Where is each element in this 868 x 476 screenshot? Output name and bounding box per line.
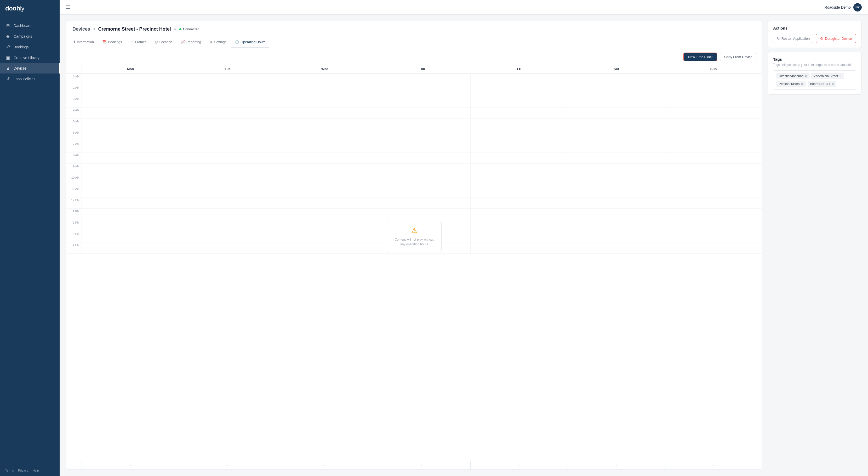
calendar-cell[interactable] xyxy=(179,231,276,242)
calendar-cell[interactable] xyxy=(373,175,471,186)
calendar-cell[interactable] xyxy=(179,85,276,96)
calendar-cell[interactable] xyxy=(665,198,762,208)
calendar-cell[interactable] xyxy=(471,242,568,254)
calendar-cell[interactable] xyxy=(665,231,762,242)
calendar-cell[interactable] xyxy=(82,108,179,118)
calendar-cell[interactable] xyxy=(471,186,568,197)
calendar-cell[interactable] xyxy=(373,96,471,107)
edit-icon[interactable]: ✏ xyxy=(174,27,177,31)
calendar-cell[interactable] xyxy=(471,220,568,231)
calendar-cell[interactable] xyxy=(179,209,276,220)
calendar-cell[interactable] xyxy=(665,209,762,220)
calendar-cell[interactable] xyxy=(373,220,471,231)
calendar-cell[interactable] xyxy=(82,186,179,197)
calendar-cell[interactable] xyxy=(276,96,373,107)
calendar-cell[interactable] xyxy=(179,130,276,141)
calendar-cell[interactable] xyxy=(179,152,276,163)
sidebar-item-devices[interactable]: 🖥 Devices xyxy=(0,63,60,73)
calendar-cell[interactable] xyxy=(179,220,276,231)
tags-container[interactable]: Direction/Inbound✕Zone/Main Street✕Peakh… xyxy=(773,70,856,90)
calendar-cell[interactable] xyxy=(471,96,568,107)
calendar-cell[interactable] xyxy=(568,198,665,208)
calendar-cell[interactable] xyxy=(665,186,762,197)
calendar-cell[interactable] xyxy=(373,119,471,130)
calendar-cell[interactable] xyxy=(373,231,471,242)
calendar-cell[interactable] xyxy=(568,108,665,118)
calendar-cell[interactable] xyxy=(471,152,568,163)
calendar-cell[interactable] xyxy=(276,152,373,163)
calendar-cell[interactable] xyxy=(568,130,665,141)
calendar-cell[interactable] xyxy=(276,198,373,208)
calendar-cell[interactable] xyxy=(568,119,665,130)
calendar-cell[interactable] xyxy=(568,209,665,220)
calendar-cell[interactable] xyxy=(665,152,762,163)
calendar-cell[interactable] xyxy=(82,74,179,85)
calendar-cell[interactable] xyxy=(471,130,568,141)
terms-link[interactable]: Terms xyxy=(5,469,14,472)
calendar-cell[interactable] xyxy=(179,141,276,152)
calendar-cell[interactable] xyxy=(373,198,471,208)
calendar-cell[interactable] xyxy=(276,164,373,175)
calendar-cell[interactable] xyxy=(373,186,471,197)
deregister-device-button[interactable]: ⊘ Deregister Device xyxy=(816,34,856,43)
calendar-cell[interactable] xyxy=(665,242,762,254)
calendar-cell[interactable] xyxy=(568,74,665,85)
sidebar-item-dashboard[interactable]: ⊞ Dashboard xyxy=(0,20,60,31)
calendar-cell[interactable] xyxy=(82,198,179,208)
copy-from-device-button[interactable]: Copy From Device xyxy=(720,53,757,61)
calendar-cell[interactable] xyxy=(276,85,373,96)
calendar-cell[interactable] xyxy=(276,74,373,85)
calendar-cell[interactable] xyxy=(373,74,471,85)
calendar-cell[interactable] xyxy=(471,108,568,118)
tag-remove-peakhour-both[interactable]: ✕ xyxy=(801,83,803,86)
calendar-cell[interactable] xyxy=(568,220,665,231)
tab-location[interactable]: ◎ Location xyxy=(151,36,176,48)
calendar-cell[interactable] xyxy=(471,209,568,220)
calendar-cell[interactable] xyxy=(665,141,762,152)
calendar-cell[interactable] xyxy=(568,152,665,163)
calendar-cell[interactable] xyxy=(568,175,665,186)
calendar-cell[interactable] xyxy=(373,85,471,96)
calendar-cell[interactable] xyxy=(471,119,568,130)
calendar-cell[interactable] xyxy=(665,74,762,85)
calendar-cell[interactable] xyxy=(179,175,276,186)
help-link[interactable]: Help xyxy=(32,469,39,472)
privacy-link[interactable]: Privacy xyxy=(18,469,28,472)
calendar-cell[interactable] xyxy=(82,209,179,220)
calendar-cell[interactable] xyxy=(276,209,373,220)
restart-application-button[interactable]: ↻ Restart Application xyxy=(773,34,813,43)
calendar-cell[interactable] xyxy=(568,85,665,96)
calendar-cell[interactable] xyxy=(82,85,179,96)
tag-remove-zone-main-street[interactable]: ✕ xyxy=(839,75,842,78)
calendar-cell[interactable] xyxy=(471,231,568,242)
calendar-cell[interactable] xyxy=(276,119,373,130)
tab-information[interactable]: ℹ Information xyxy=(70,36,97,48)
calendar-cell[interactable] xyxy=(665,175,762,186)
calendar-cell[interactable] xyxy=(82,96,179,107)
calendar-cell[interactable] xyxy=(179,186,276,197)
calendar-cell[interactable] xyxy=(373,152,471,163)
calendar-cell[interactable] xyxy=(568,186,665,197)
calendar-cell[interactable] xyxy=(276,141,373,152)
calendar-cell[interactable] xyxy=(276,175,373,186)
tab-bookings[interactable]: 📅 Bookings xyxy=(99,36,125,48)
calendar-cell[interactable] xyxy=(179,74,276,85)
calendar-cell[interactable] xyxy=(82,152,179,163)
sidebar-item-creative-library[interactable]: ▣ Creative Library xyxy=(0,52,60,63)
calendar-cell[interactable] xyxy=(471,141,568,152)
calendar-cell[interactable] xyxy=(276,242,373,254)
calendar-cell[interactable] xyxy=(82,141,179,152)
calendar-cell[interactable] xyxy=(665,119,762,130)
calendar-cell[interactable] xyxy=(568,242,665,254)
calendar-cell[interactable] xyxy=(179,96,276,107)
calendar-cell[interactable] xyxy=(179,119,276,130)
calendar-cell[interactable] xyxy=(276,220,373,231)
calendar-cell[interactable] xyxy=(179,164,276,175)
avatar[interactable]: BZ xyxy=(854,3,862,11)
calendar-cell[interactable] xyxy=(82,119,179,130)
calendar-cell[interactable] xyxy=(665,85,762,96)
calendar-cell[interactable] xyxy=(568,141,665,152)
calendar-cell[interactable] xyxy=(373,108,471,118)
calendar-cell[interactable] xyxy=(179,242,276,254)
calendar-cell[interactable] xyxy=(82,220,179,231)
